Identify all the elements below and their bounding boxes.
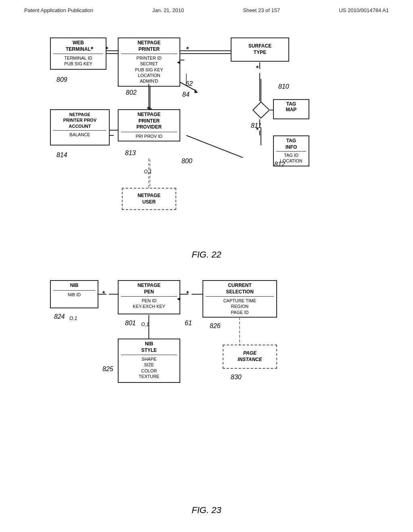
np-pp-fields: PRI PROV ID [121, 133, 177, 139]
label-830: 830 [231, 374, 242, 381]
netpage-printer-fields: PRINTER IDSECRETPUB SIG KEYLOCATIONADMIN… [121, 55, 177, 84]
nib-style-box: NIBSTYLE SHAPESIZECOLORTEXTURE [118, 339, 180, 383]
netpage-user-title: NETPAGEUSER [138, 193, 161, 205]
fig22-container: WEBTERMINAL TERMINAL IDPUB SIG KEY 809 *… [25, 21, 388, 246]
nib-style-title: NIBSTYLE [121, 341, 177, 355]
fig23-label: FIG. 23 [24, 505, 389, 515]
tag-map-diamond [252, 101, 270, 119]
star-nib-np: * [102, 290, 105, 297]
np-ppa-fields: BALANCE [53, 132, 106, 137]
svg-marker-11 [253, 102, 269, 118]
o1-label-fig22: O,1 [144, 169, 152, 175]
arrow-into-printer: ◄ [176, 59, 181, 65]
label-801: 801 [125, 320, 136, 327]
label-802: 802 [126, 89, 137, 96]
netpage-printer-title: NETPAGEPRINTER [121, 40, 177, 54]
nib-style-fields: SHAPESIZECOLORTEXTURE [121, 356, 177, 379]
star-np-st: * [186, 46, 189, 53]
star-st-tm: * [256, 65, 259, 72]
nib-title: NIB [53, 283, 95, 291]
label-825: 825 [102, 366, 113, 373]
netpage-user-box: NETPAGEUSER [122, 188, 176, 210]
star-np-cs: * [186, 290, 189, 297]
np-ppa-title: NETPAGEPRINTER PROVACCOUNT [53, 112, 106, 131]
page-instance-title: PAGEINSTANCE [238, 350, 262, 363]
current-selection-fields: CAPTURE TIMEREGIONPAGE ID [206, 298, 274, 315]
label-812: 812 [274, 161, 285, 168]
diagram-area: WEBTERMINAL TERMINAL IDPUB SIG KEY 809 *… [0, 17, 413, 528]
surface-type-title: SURFACETYPE [248, 43, 271, 56]
netpage-pen-box: NETPAGEPEN PEN IDKEY-EXCH KEY [118, 280, 180, 314]
label-62: 62 [186, 80, 193, 87]
o1-nib-label: O,1 [69, 316, 77, 321]
star-tm-ti: * [256, 127, 259, 134]
tag-info-title: TAGINFO [276, 138, 306, 152]
netpage-printer-box: NETPAGEPRINTER PRINTER IDSECRETPUB SIG K… [118, 37, 180, 87]
current-selection-box: CURRENTSELECTION CAPTURE TIMEREGIONPAGE … [202, 280, 277, 318]
netpage-pen-fields: PEN IDKEY-EXCH KEY [121, 298, 177, 310]
label-824: 824 [54, 313, 65, 320]
label-61: 61 [185, 320, 192, 327]
label-813: 813 [125, 150, 136, 157]
svg-marker-9 [194, 89, 198, 93]
label-826: 826 [210, 322, 221, 330]
surface-type-box: SURFACETYPE [231, 37, 289, 62]
np-pp-title: NETPAGEPRINTERPROVIDER [121, 112, 177, 132]
web-terminal-fields: TERMINAL IDPUB SIG KEY [53, 55, 103, 67]
tag-map-box: TAGMAP [273, 99, 309, 119]
fig23-container: NIB NIB ID 824 O,1 * NETPAGEPEN PEN IDKE… [25, 268, 388, 502]
np-printer-prov-account-box: NETPAGEPRINTER PROVACCOUNT BALANCE [50, 109, 110, 145]
page-header: Patent Application Publication Jan. 21, … [0, 0, 413, 17]
star-wt-np2: * [106, 46, 108, 53]
label-814: 814 [56, 152, 67, 159]
fig22-label: FIG. 22 [24, 249, 389, 260]
web-terminal-box: WEBTERMINAL TERMINAL IDPUB SIG KEY [50, 37, 106, 70]
header-date: Jan. 21, 2010 [152, 7, 184, 13]
header-sheet: Sheet 23 of 157 [243, 7, 280, 13]
current-selection-title: CURRENTSELECTION [206, 283, 274, 297]
o1-pen-label: O,1 [141, 322, 149, 327]
web-terminal-title: WEBTERMINAL [53, 40, 103, 54]
label-800: 800 [181, 158, 192, 165]
netpage-pen-title: NETPAGEPEN [121, 283, 177, 297]
page-instance-box: PAGEINSTANCE [223, 345, 277, 369]
label-810: 810 [278, 83, 289, 90]
star-wt-np1: * [91, 46, 93, 53]
nib-fields: NIB ID [53, 292, 95, 297]
arrow-into-pen: ◄ [176, 295, 181, 302]
np-printer-provider-box: NETPAGEPRINTERPROVIDER PRI PROV ID [118, 109, 180, 141]
nib-box: NIB NIB ID [50, 280, 98, 308]
label-84: 84 [182, 91, 190, 98]
svg-line-7 [186, 135, 243, 158]
header-patent: US 2010/0014784 A1 [339, 7, 389, 13]
header-publication: Patent Application Publication [24, 7, 93, 13]
label-809: 809 [56, 76, 67, 83]
